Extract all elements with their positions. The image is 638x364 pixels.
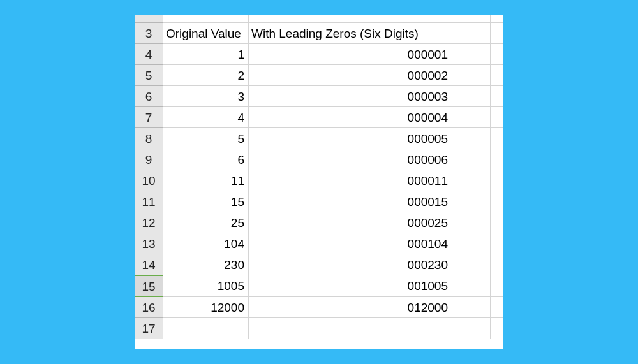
row-header[interactable] <box>135 15 163 23</box>
cell[interactable] <box>452 191 491 212</box>
cell[interactable] <box>491 318 503 339</box>
row-header[interactable]: 6 <box>135 86 163 107</box>
cell[interactable] <box>491 212 503 233</box>
row-header[interactable]: 17 <box>135 318 163 339</box>
row-header[interactable]: 16 <box>135 297 163 318</box>
cell[interactable] <box>491 107 503 128</box>
cell[interactable] <box>491 275 503 297</box>
cell[interactable] <box>491 44 503 65</box>
cell[interactable] <box>452 86 491 107</box>
cell[interactable] <box>452 128 491 149</box>
row-header[interactable]: 12 <box>135 212 163 233</box>
cell-original[interactable] <box>163 318 249 339</box>
column-header-padded[interactable]: With Leading Zeros (Six Digits) <box>249 23 452 44</box>
cell[interactable] <box>452 212 491 233</box>
spreadsheet-grid: 3 Original Value With Leading Zeros (Six… <box>135 15 503 339</box>
cell[interactable] <box>452 149 491 170</box>
cell-original[interactable]: 3 <box>163 86 249 107</box>
cell-original[interactable]: 5 <box>163 128 249 149</box>
row-header[interactable]: 4 <box>135 44 163 65</box>
row-header[interactable]: 11 <box>135 191 163 212</box>
cell[interactable] <box>163 15 249 23</box>
cell[interactable] <box>491 254 503 275</box>
cell-original[interactable]: 1005 <box>163 275 249 297</box>
row-header[interactable]: 3 <box>135 23 163 44</box>
cell[interactable] <box>491 15 503 23</box>
row-header[interactable]: 10 <box>135 170 163 191</box>
cell[interactable] <box>491 170 503 191</box>
spreadsheet-viewport: 3 Original Value With Leading Zeros (Six… <box>135 15 503 349</box>
cell[interactable] <box>249 15 452 23</box>
cell-padded[interactable]: 000015 <box>249 191 452 212</box>
cell[interactable] <box>452 65 491 86</box>
cell-padded[interactable]: 000006 <box>249 149 452 170</box>
cell-original[interactable]: 15 <box>163 191 249 212</box>
cell-padded[interactable]: 000025 <box>249 212 452 233</box>
cell[interactable] <box>452 107 491 128</box>
row-header[interactable]: 8 <box>135 128 163 149</box>
cell-original[interactable]: 25 <box>163 212 249 233</box>
cell-padded[interactable]: 000002 <box>249 65 452 86</box>
cell-original[interactable]: 6 <box>163 149 249 170</box>
cell[interactable] <box>452 233 491 254</box>
cell-padded[interactable] <box>249 318 452 339</box>
row-header[interactable]: 7 <box>135 107 163 128</box>
cell[interactable] <box>491 191 503 212</box>
cell[interactable] <box>491 297 503 318</box>
cell-original[interactable]: 230 <box>163 254 249 275</box>
row-header[interactable]: 5 <box>135 65 163 86</box>
cell[interactable] <box>491 128 503 149</box>
cell-original[interactable]: 11 <box>163 170 249 191</box>
cell-original[interactable]: 2 <box>163 65 249 86</box>
cell-original[interactable]: 104 <box>163 233 249 254</box>
cell[interactable] <box>491 233 503 254</box>
cell[interactable] <box>452 170 491 191</box>
cell[interactable] <box>452 297 491 318</box>
cell[interactable] <box>452 275 491 297</box>
column-header-original[interactable]: Original Value <box>163 23 249 44</box>
cell[interactable] <box>452 15 491 23</box>
cell[interactable] <box>452 44 491 65</box>
cell[interactable] <box>452 23 491 44</box>
cell-original[interactable]: 1 <box>163 44 249 65</box>
row-header[interactable]: 13 <box>135 233 163 254</box>
row-header[interactable]: 14 <box>135 254 163 275</box>
cell-padded[interactable]: 001005 <box>249 275 452 297</box>
cell-padded[interactable]: 000004 <box>249 107 452 128</box>
cell-original[interactable]: 12000 <box>163 297 249 318</box>
cell[interactable] <box>491 23 503 44</box>
cell-padded[interactable]: 000011 <box>249 170 452 191</box>
row-header[interactable]: 9 <box>135 149 163 170</box>
cell-padded[interactable]: 000003 <box>249 86 452 107</box>
cell[interactable] <box>491 149 503 170</box>
cell[interactable] <box>452 254 491 275</box>
cell-original[interactable]: 4 <box>163 107 249 128</box>
cell[interactable] <box>491 65 503 86</box>
cell-padded[interactable]: 000001 <box>249 44 452 65</box>
row-header-selected[interactable]: 15 <box>135 275 163 297</box>
cell-padded[interactable]: 000104 <box>249 233 452 254</box>
cell[interactable] <box>491 86 503 107</box>
cell-padded[interactable]: 012000 <box>249 297 452 318</box>
cell[interactable] <box>452 318 491 339</box>
cell-padded[interactable]: 000005 <box>249 128 452 149</box>
cell-padded[interactable]: 000230 <box>249 254 452 275</box>
